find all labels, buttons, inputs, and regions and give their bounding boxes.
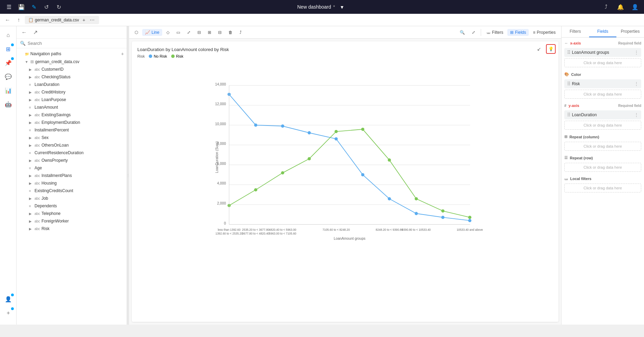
export-tool-btn[interactable]: ⤴ [237,29,244,36]
notification-icon[interactable]: 🔔 [616,2,625,12]
fields-tab-btn[interactable]: ⊞ Fields [507,29,529,36]
diamond-tool-btn[interactable]: ◇ [164,29,172,36]
zoom-in-btn[interactable]: 🔍 [457,29,468,36]
sidebar-icon-add[interactable]: ＋ [2,307,14,319]
tree-item-customerid[interactable]: ▶ abc CustomerID [17,66,127,73]
repeat-row-header: ☰ Repeat (row) [564,155,641,161]
search-input[interactable] [28,41,123,46]
svg-text:4,000: 4,000 [217,181,226,185]
expand-panel-icon[interactable]: ↗ [30,28,40,37]
tree-item-currentresidenceduration[interactable]: ≡ CurrentResidenceDuration [17,149,127,157]
tree-item-job[interactable]: ▶ abc Job [17,195,127,202]
grid-v-tool-btn[interactable]: ⊞ [205,29,214,36]
tree-item-risk[interactable]: ▶ abc Risk [17,225,127,232]
file-tab[interactable]: 📋 german_credit_data.csv + ⋯ [25,16,99,24]
bar-icon-0: ≡ [29,83,33,87]
sidebar-icon-user[interactable]: 👤 [2,293,14,305]
expand-tool-btn[interactable]: ⤢ [184,29,193,36]
risk-label: Risk [176,54,183,58]
svg-text:LoanDuration (Sum): LoanDuration (Sum) [215,141,219,173]
grid-h-tool-btn[interactable]: ⊟ [195,29,204,36]
line-tool-btn[interactable]: 📈 Line [142,29,162,36]
sidebar-icon-pin[interactable]: 📌 [2,57,14,69]
repeat-col-drop-zone[interactable]: Click or drag data here [564,142,641,151]
color-field-chip[interactable]: ⠿ Risk ⋮ [564,79,641,88]
x-axis-field-chip[interactable]: ⠿ LoanAmount groups ⋮ [564,48,641,57]
no-risk-dot-8 [441,216,445,219]
expand-chart-btn[interactable]: 💡 [546,44,556,54]
tree-item-ownsproperty[interactable]: ▶ abc OwnsProperty [17,157,127,164]
tree-item-installmentpercent[interactable]: ≡ InstallmentPercent [17,126,127,134]
properties-tab-btn[interactable]: ≡ Properties [530,29,558,36]
tree-item-foreignworker[interactable]: ▶ abc ForeignWorker [17,217,127,225]
tree-item-nav-paths[interactable]: 📁 Navigation paths + [17,50,127,58]
minimize-icon[interactable]: ↙ [534,44,544,54]
tree-item-loanduration[interactable]: ≡ LoanDuration [17,81,127,88]
menu-icon[interactable]: ☰ [4,2,14,12]
redo-icon[interactable]: ↻ [54,2,64,12]
tree-item-othersonloan[interactable]: ▶ abc OthersOnLoan [17,141,127,149]
title-dropdown-icon[interactable]: ▾ [337,2,347,12]
dashboard-title: New dashboard [297,4,331,10]
y-axis-drop-zone[interactable]: Click or drag data here [564,121,641,130]
tree-item-dependents[interactable]: ≡ Dependents [17,202,127,210]
fullscreen-btn[interactable]: ⤢ [469,29,478,36]
local-filters-drop-zone[interactable]: Click or drag data here [564,184,641,192]
title-suffix: * [333,4,335,10]
bar-icon-5: ≡ [29,189,33,193]
y-field-menu[interactable]: ⋮ [634,112,638,117]
sidebar-icon-robot[interactable]: 🤖 [2,98,14,110]
sidebar-icon-chat[interactable]: 💬 [2,70,14,83]
back-panel-icon[interactable]: ← [19,28,29,37]
tree-item-housing[interactable]: ▶ abc Housing [17,179,127,187]
sidebar-icon-chart[interactable]: 📊 [2,84,14,97]
bar-icon-2: ≡ [29,128,33,132]
share-icon[interactable]: ⤴ [601,2,611,12]
back-icon[interactable]: ← [3,15,12,25]
tree-item-file[interactable]: ▼ ⊞ german_credit_data.csv [17,58,127,66]
data-badge [11,43,14,46]
more-file-icon[interactable]: ⋯ [89,17,96,23]
add-file-icon[interactable]: + [80,17,87,23]
filter-icon: ⧢ [487,30,491,35]
filters-tab-btn[interactable]: ⧢ Filters [484,29,506,36]
save-icon[interactable]: 💾 [17,2,26,12]
search-icon: 🔍 [20,41,26,46]
table-tool-btn[interactable]: ⊟ [215,29,224,36]
sidebar-icon-home[interactable]: ⌂ [2,29,14,41]
expand-chart-icon: 💡 [548,47,554,51]
chevron-right-10: ▶ [29,181,33,185]
tab-filters[interactable]: Filters [562,26,589,37]
tree-item-checkingstatus[interactable]: ▶ abc CheckingStatus [17,73,127,81]
tree-item-employmentduration[interactable]: ▶ abc EmploymentDuration [17,119,127,126]
y-axis-field-chip[interactable]: ⠿ LoanDuration ⋮ [564,110,641,119]
add-nav-icon[interactable]: + [121,51,124,57]
sidebar-icon-data[interactable]: ⊞ [2,43,14,55]
tree-item-installmentplans[interactable]: ▶ abc InstallmentPlans [17,172,127,179]
no-risk-dot-5 [361,173,364,176]
tree-item-credithistory[interactable]: ▶ abc CreditHistory [17,88,127,96]
tree-item-age[interactable]: ≡ Age [17,164,127,172]
tab-properties[interactable]: Properties [616,26,644,37]
tree-item-loanpurpose[interactable]: ▶ abc LoanPurpose [17,96,127,103]
x-axis-label: x-axis [570,41,581,45]
rect-tool-btn[interactable]: ▭ [174,29,183,36]
line-icon: 📈 [145,30,150,35]
x-axis-drop-zone[interactable]: Click or drag data here [564,58,641,67]
repeat-row-drop-zone[interactable]: Click or drag data here [564,163,641,172]
trash-tool-btn[interactable]: 🗑 [226,29,235,36]
auto-tool-btn[interactable]: ⬡ [132,29,141,36]
tree-item-telephone[interactable]: ▶ abc Telephone [17,210,127,217]
undo-icon[interactable]: ↺ [41,2,51,12]
x-field-menu[interactable]: ⋮ [634,50,638,55]
tree-item-loanamount[interactable]: ≡ LoanAmount [17,103,127,111]
tree-item-existingsavings[interactable]: ▶ abc ExistingSavings [17,111,127,119]
tree-item-existingcreditscount[interactable]: ≡ ExistingCreditsCount [17,187,127,195]
color-drop-zone[interactable]: Click or drag data here [564,90,641,99]
edit-mode-icon[interactable]: ✎ [29,2,39,12]
tree-item-sex[interactable]: ▶ abc Sex [17,134,127,141]
account-icon[interactable]: 👤 [630,2,640,12]
up-icon[interactable]: ↑ [14,15,23,25]
color-field-menu[interactable]: ⋮ [634,81,638,86]
tab-fields[interactable]: Fields [589,26,617,37]
